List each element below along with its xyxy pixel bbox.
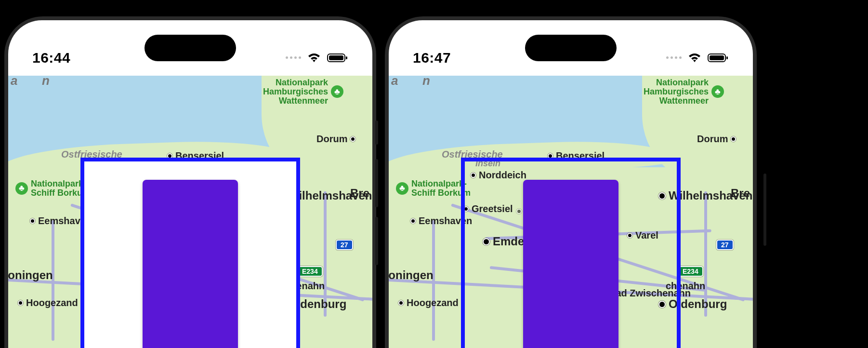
phone-power-button [763,174,766,246]
park-name: Nationalpark Hamburgisches Wattenmeer [644,78,709,106]
cell-signal-icon [286,56,301,59]
map-city-dot [350,136,355,142]
svg-rect-4 [710,55,724,60]
phone-side-button [375,120,378,145]
phone-right: 16:47 [378,10,763,348]
tree-icon: ♣ [396,182,408,195]
svg-rect-5 [726,56,728,59]
wifi-icon [307,53,321,63]
status-time: 16:44 [32,50,70,66]
map-city-label: Hoogezand [18,297,78,308]
status-indicators [286,53,348,63]
wifi-icon [687,53,702,63]
map-city-name: Bre [731,187,750,200]
map-highway-shield: E234 [678,266,703,277]
phone-screen: 16:44 [8,20,372,348]
status-time: 16:47 [413,50,451,66]
overlay-panel: Click me! [461,158,681,348]
map-city-name: roningen [8,268,53,282]
map-city-label: roningen [389,268,434,282]
phone-screen: 16:47 [389,20,753,348]
tree-icon: ♣ [15,182,28,195]
tree-icon: ♣ [711,85,724,98]
map-city-dot [398,300,404,306]
status-indicators [666,53,729,63]
map-park-label: Nationalpark- Schiff Borkum ♣ [396,179,471,198]
map-city-name: Hoogezand [407,297,459,308]
map-sea-label: a [391,76,398,88]
map-highway-shield: E234 [297,266,323,277]
map-city-label: Hoogezand [398,297,459,308]
click-me-button[interactable]: Click me! [143,180,238,348]
dynamic-island [525,35,617,61]
phone-volume-down [375,217,378,265]
map-sea-label: n [42,76,50,88]
map-city-dot [731,136,736,142]
map-sea-label: n [422,76,430,88]
overlay-panel: Click me! [80,158,300,348]
map-city-label: Bre [731,187,750,200]
battery-icon [708,53,729,63]
map-city-name: Dorum [697,134,728,145]
map-city-name: roningen [389,268,434,282]
map-city-name: Dorum [316,134,347,145]
phone-bezel: 16:47 [385,16,757,348]
map-highway-shield: 27 [336,240,353,250]
map-city-dot [410,218,416,224]
map-city-dot [18,300,23,306]
park-name: Nationalpark Hamburgisches Wattenmeer [263,78,328,106]
phone-bezel: 16:44 [4,16,376,348]
map-park-label: Nationalpark Hamburgisches Wattenmeer ♣ [644,78,724,106]
map-view[interactable]: a n Ostfriesische Inseln Nationalpark Ha… [389,76,753,348]
map-city-label: Dorum [316,134,355,145]
cell-signal-icon [666,56,682,59]
svg-rect-1 [329,55,343,60]
map-highway-shield: 27 [716,240,734,250]
map-city-dot [30,218,35,224]
map-city-name: Bre [350,187,369,200]
map-park-label: Nationalpark- Schiff Borkum ♣ [15,179,90,198]
map-view[interactable]: a n Ostfriesische Nationalpark Hamburgis… [8,76,372,348]
map-city-label: Bre [350,187,369,200]
map-city-label: Dorum [697,134,736,145]
svg-rect-2 [346,56,347,59]
map-city-label: roningen [8,268,53,282]
tree-icon: ♣ [331,85,343,98]
map-park-label: Nationalpark Hamburgisches Wattenmeer ♣ [263,78,343,106]
dynamic-island [145,35,236,61]
phone-volume-up [375,159,378,207]
map-sea-label: a [11,76,17,88]
phone-left: 16:44 [0,10,383,348]
battery-icon [327,53,348,63]
map-city-name: Hoogezand [26,297,78,308]
click-me-button[interactable]: Click me! [523,180,618,348]
